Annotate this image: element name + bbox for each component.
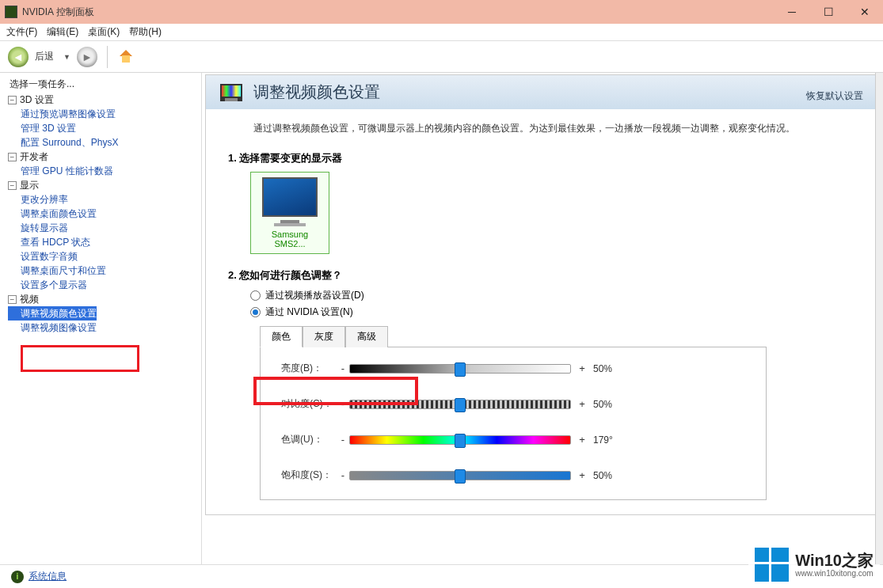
tree-item[interactable]: 旋转显示器 <box>8 221 68 235</box>
brightness-label: 亮度(B)： <box>281 362 337 375</box>
slider-thumb[interactable] <box>455 362 466 377</box>
tree-group-display: 显示 <box>20 180 39 191</box>
tree-item[interactable]: 设置数字音频 <box>8 249 78 264</box>
content-area: 调整视频颜色设置 恢复默认设置 通过调整视频颜色设置，可微调显示器上的视频内容的… <box>201 73 883 564</box>
radio-player[interactable] <box>250 290 261 301</box>
tab-gamma[interactable]: 灰度 <box>303 326 345 347</box>
tree-item[interactable]: 设置多个显示器 <box>8 278 87 292</box>
tree-item[interactable]: 调整桌面尺寸和位置 <box>8 264 106 278</box>
tree-item[interactable]: 配置 Surround、PhysX <box>8 135 118 150</box>
saturation-slider[interactable] <box>349 471 571 480</box>
restore-defaults-link[interactable]: 恢复默认设置 <box>806 89 863 103</box>
sidebar: 选择一项任务... −3D 设置 通过预览调整图像设置 管理 3D 设置 配置 … <box>0 73 201 564</box>
tree-item[interactable]: 更改分辨率 <box>8 192 68 207</box>
back-label: 后退 <box>35 50 54 63</box>
tab-advanced[interactable]: 高级 <box>345 326 388 347</box>
tabs: 颜色 灰度 高级 <box>260 325 767 347</box>
forward-button[interactable]: ► <box>77 47 97 67</box>
brightness-slider[interactable] <box>349 364 571 374</box>
minus-icon: - <box>337 398 349 410</box>
minimize-button[interactable]: ─ <box>774 0 810 24</box>
plus-icon: + <box>576 434 588 446</box>
plus-icon: + <box>576 469 588 481</box>
minus-icon: - <box>337 469 349 481</box>
menu-desktop[interactable]: 桌面(K) <box>88 25 120 39</box>
slider-panel: 亮度(B)： - + 50% 对比度(C)： - + 50% 色调( <box>260 347 767 500</box>
radio-nvidia[interactable] <box>250 307 261 317</box>
scrollbar-vertical[interactable] <box>875 73 883 564</box>
tree-item[interactable]: 管理 GPU 性能计数器 <box>8 164 113 178</box>
tree-item-video-color[interactable]: 调整视频颜色设置 <box>8 306 97 321</box>
windows-logo-icon <box>755 548 789 582</box>
page-description: 通过调整视频颜色设置，可微调显示器上的视频内容的颜色设置。为达到最佳效果，一边播… <box>206 109 877 151</box>
tree-toggle[interactable]: − <box>8 153 17 161</box>
tree-toggle[interactable]: − <box>8 96 17 104</box>
contrast-value: 50% <box>593 399 628 410</box>
watermark-brand: Win10之家 <box>795 552 873 569</box>
hue-value: 179° <box>593 434 628 446</box>
contrast-label: 对比度(C)： <box>281 397 337 411</box>
toolbar-divider <box>107 46 108 68</box>
page-title: 调整视频颜色设置 <box>253 82 380 103</box>
close-button[interactable]: ✕ <box>847 0 883 24</box>
menu-file[interactable]: 文件(F) <box>6 25 37 39</box>
tree-item[interactable]: 管理 3D 设置 <box>8 121 76 135</box>
tree-group-video: 视频 <box>20 294 39 305</box>
radio-player-label: 通过视频播放器设置(D) <box>265 289 364 302</box>
watermark-url: www.win10xitong.com <box>795 569 873 578</box>
monitor-label: Samsung SMS2... <box>256 230 324 248</box>
monitor-icon <box>262 177 318 217</box>
header-icon <box>220 84 242 101</box>
hue-label: 色调(U)： <box>281 433 337 446</box>
slider-thumb[interactable] <box>455 469 466 484</box>
watermark: Win10之家 www.win10xitong.com <box>748 544 880 585</box>
slider-thumb[interactable] <box>455 398 466 412</box>
back-dropdown[interactable]: ▼ <box>63 53 70 61</box>
tree-item[interactable]: 调整桌面颜色设置 <box>8 207 97 221</box>
radio-nvidia-row[interactable]: 通过 NVIDIA 设置(N) <box>228 305 855 319</box>
nav-tree: −3D 设置 通过预览调整图像设置 管理 3D 设置 配置 Surround、P… <box>8 93 198 335</box>
saturation-label: 饱和度(S)： <box>281 469 337 482</box>
minus-icon: - <box>337 362 349 374</box>
plus-icon: + <box>576 362 588 374</box>
titlebar: NVIDIA 控制面板 ─ ☐ ✕ <box>0 0 883 24</box>
tree-item-video-image[interactable]: 调整视频图像设置 <box>8 321 97 335</box>
tab-color[interactable]: 颜色 <box>260 326 303 347</box>
plus-icon: + <box>576 398 588 410</box>
window-title: NVIDIA 控制面板 <box>22 6 774 19</box>
back-button[interactable]: ◄ <box>8 47 29 67</box>
home-icon[interactable] <box>117 48 135 66</box>
toolbar: ◄ 后退 ▼ ► <box>0 41 883 73</box>
section1-title: 1. 选择需要变更的显示器 <box>228 151 855 165</box>
radio-nvidia-label: 通过 NVIDIA 设置(N) <box>265 305 353 319</box>
saturation-value: 50% <box>593 470 628 481</box>
tree-item[interactable]: 通过预览调整图像设置 <box>8 107 116 121</box>
info-icon: i <box>11 571 24 583</box>
maximize-button[interactable]: ☐ <box>810 0 847 24</box>
section2-title: 2. 您如何进行颜色调整？ <box>228 268 855 283</box>
radio-player-row[interactable]: 通过视频播放器设置(D) <box>228 289 855 302</box>
tree-group-3d: 3D 设置 <box>20 94 54 105</box>
monitor-item[interactable]: Samsung SMS2... <box>250 172 329 254</box>
tree-toggle[interactable]: − <box>8 295 17 304</box>
system-info-link[interactable]: 系统信息 <box>29 570 67 583</box>
menu-help[interactable]: 帮助(H) <box>129 25 162 39</box>
menubar: 文件(F) 编辑(E) 桌面(K) 帮助(H) <box>0 24 883 41</box>
page-header: 调整视频颜色设置 恢复默认设置 <box>206 75 877 109</box>
brightness-value: 50% <box>593 363 628 374</box>
slider-thumb[interactable] <box>455 434 466 448</box>
task-prompt: 选择一项任务... <box>8 78 198 91</box>
menu-edit[interactable]: 编辑(E) <box>47 25 78 39</box>
minus-icon: - <box>337 434 349 446</box>
tree-group-dev: 开发者 <box>20 151 48 162</box>
contrast-slider[interactable] <box>349 400 571 409</box>
tree-item[interactable]: 查看 HDCP 状态 <box>8 235 90 249</box>
hue-slider[interactable] <box>349 435 571 445</box>
tree-toggle[interactable]: − <box>8 181 17 190</box>
app-icon <box>5 6 17 18</box>
